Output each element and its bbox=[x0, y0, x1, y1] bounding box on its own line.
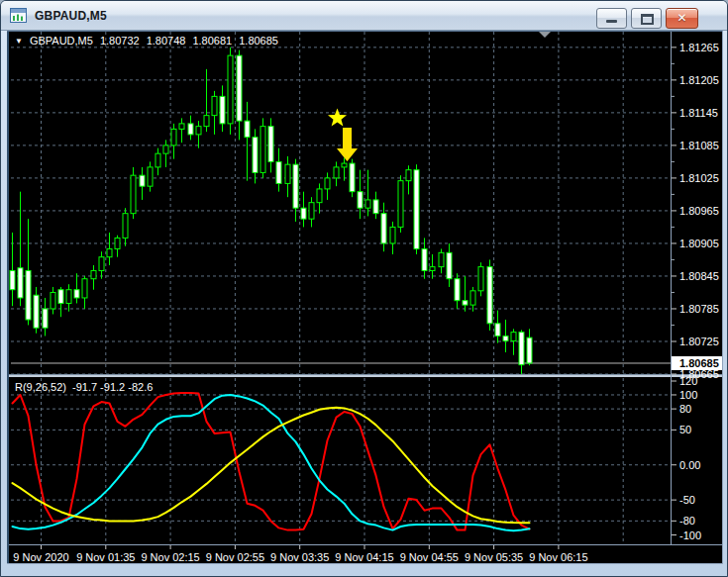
svg-text:1.81145: 1.81145 bbox=[679, 107, 718, 119]
symbol-dropdown-icon[interactable]: ▼ bbox=[15, 36, 23, 47]
svg-text:9 Nov 04:55: 9 Nov 04:55 bbox=[400, 551, 459, 563]
svg-text:-50: -50 bbox=[679, 494, 695, 506]
svg-text:100: 100 bbox=[679, 389, 697, 401]
minimize-icon bbox=[606, 20, 617, 23]
shift-marker-icon[interactable] bbox=[539, 32, 551, 38]
grid bbox=[11, 32, 671, 543]
svg-text:9 Nov 02:15: 9 Nov 02:15 bbox=[141, 551, 199, 563]
indicator-axis: 12010080500.00-50-80-100 bbox=[672, 375, 701, 541]
svg-text:1.81265: 1.81265 bbox=[679, 42, 719, 53]
svg-text:-100: -100 bbox=[679, 529, 701, 541]
indicator-lines bbox=[13, 393, 530, 530]
svg-text:1.80725: 1.80725 bbox=[679, 336, 719, 347]
restore-button[interactable] bbox=[631, 8, 662, 29]
svg-text:9 Nov 03:35: 9 Nov 03:35 bbox=[270, 551, 329, 563]
svg-text:1.80845: 1.80845 bbox=[679, 270, 719, 282]
close-button[interactable]: ✕ bbox=[666, 8, 698, 29]
svg-text:1.81085: 1.81085 bbox=[679, 140, 719, 151]
svg-text:9 Nov 04:15: 9 Nov 04:15 bbox=[335, 551, 393, 563]
chart-window: GBPAUD,M5 ✕ 1.812651.812051.811451.81085… bbox=[0, 0, 728, 577]
chart-canvas[interactable]: 1.812651.812051.811451.810851.810251.809… bbox=[7, 31, 723, 564]
svg-text:1.81025: 1.81025 bbox=[679, 172, 719, 184]
svg-text:9 Nov 02:55: 9 Nov 02:55 bbox=[206, 551, 264, 563]
svg-text:1.81205: 1.81205 bbox=[679, 74, 719, 86]
svg-text:1.80785: 1.80785 bbox=[679, 303, 719, 315]
star-marker[interactable] bbox=[328, 108, 347, 126]
price-axis: 1.812651.812051.811451.810851.810251.809… bbox=[672, 42, 723, 380]
svg-text:0.00: 0.00 bbox=[679, 459, 700, 471]
chart-window-icon[interactable] bbox=[10, 8, 27, 23]
time-axis: 9 Nov 20209 Nov 01:359 Nov 02:159 Nov 02… bbox=[13, 545, 587, 563]
svg-text:9 Nov 01:35: 9 Nov 01:35 bbox=[76, 551, 135, 563]
svg-text:80: 80 bbox=[679, 403, 691, 415]
svg-text:1.80685: 1.80685 bbox=[679, 357, 719, 369]
restore-icon bbox=[641, 14, 654, 25]
svg-text:9 Nov 06:15: 9 Nov 06:15 bbox=[529, 551, 587, 563]
svg-text:120: 120 bbox=[679, 375, 697, 387]
svg-text:50: 50 bbox=[679, 424, 691, 435]
svg-text:1.80905: 1.80905 bbox=[679, 238, 719, 249]
svg-text:-80: -80 bbox=[679, 515, 695, 527]
title-bar[interactable]: GBPAUD,M5 ✕ bbox=[1, 1, 727, 31]
window-controls: ✕ bbox=[596, 8, 698, 29]
svg-text:1.80965: 1.80965 bbox=[679, 205, 719, 217]
close-icon: ✕ bbox=[667, 9, 697, 27]
window-title: GBPAUD,M5 bbox=[35, 9, 107, 23]
minimize-button[interactable] bbox=[596, 8, 627, 29]
down-arrow-marker[interactable] bbox=[337, 128, 358, 161]
svg-text:9 Nov 05:35: 9 Nov 05:35 bbox=[465, 551, 523, 563]
svg-text:9 Nov 2020: 9 Nov 2020 bbox=[13, 551, 68, 563]
